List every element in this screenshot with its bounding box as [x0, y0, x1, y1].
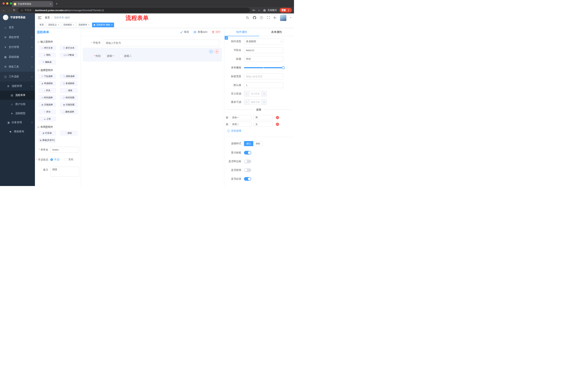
- window-zoom-button[interactable]: [10, 2, 12, 5]
- style-button-button[interactable]: 按钮: [253, 141, 263, 146]
- checkbox-option-1[interactable]: 选项一: [103, 54, 115, 58]
- phone-input[interactable]: [103, 40, 219, 46]
- label-width-input[interactable]: [244, 74, 283, 79]
- window-close-button[interactable]: [2, 2, 5, 5]
- view-json-button[interactable]: 查看json: [193, 30, 207, 34]
- new-tab-button[interactable]: [56, 2, 58, 5]
- help-icon[interactable]: [260, 16, 263, 19]
- palette-item[interactable]: ▩日期范围: [60, 102, 77, 107]
- palette-item[interactable]: ◉单选框组: [38, 81, 56, 86]
- disabled-toggle[interactable]: [244, 168, 251, 172]
- palette-item[interactable]: ◗颜色选择: [60, 109, 77, 114]
- sidebar-item-task-management[interactable]: ◨ 任务管理: [0, 118, 35, 127]
- url-field[interactable]: 不安全 dashboard.yudao.iocoder.cn/bpm/manag…: [18, 8, 250, 13]
- palette-item[interactable]: 123计数器: [60, 53, 77, 57]
- tab-close-icon[interactable]: [50, 2, 51, 6]
- remove-option-button[interactable]: [276, 123, 279, 126]
- sidebar-item-payment-management[interactable]: ¥ 支付管理: [0, 42, 35, 52]
- palette-item[interactable]: ☁上传: [38, 117, 56, 121]
- palette-item[interactable]: ☰多行文本: [60, 45, 77, 50]
- clear-button[interactable]: 清空: [212, 30, 220, 34]
- sidebar-item-home[interactable]: ⌂ 首页: [0, 22, 35, 32]
- sidebar-item-user-group[interactable]: ☺ 用户分组: [0, 100, 35, 109]
- add-option-button[interactable]: 添加选项: [227, 129, 292, 132]
- breadcrumb-home[interactable]: 首页: [45, 16, 50, 19]
- browser-tab[interactable]: 芋道管理系统: [12, 1, 53, 7]
- close-icon[interactable]: [58, 23, 59, 26]
- sidebar-item-system-management[interactable]: ⚙ 系统管理: [0, 32, 35, 42]
- sidebar-item-leave-query[interactable]: ☻ 请假查询: [0, 127, 35, 136]
- palette-item[interactable]: ↔滑块: [60, 88, 77, 93]
- tag-process-form-edit[interactable]: 流程表单-编辑: [92, 22, 114, 27]
- title-input[interactable]: [244, 56, 283, 62]
- tag-process-definition[interactable]: 流程定义: [46, 22, 61, 27]
- github-icon[interactable]: [253, 16, 256, 19]
- palette-item[interactable]: ✎编辑器: [38, 60, 56, 65]
- radio-closed[interactable]: 关闭: [64, 158, 73, 161]
- component-type-select[interactable]: 多选框组: [244, 39, 283, 44]
- sidebar-item-process-form[interactable]: ▤ 流程表单: [0, 91, 35, 100]
- back-icon[interactable]: [2, 9, 5, 12]
- sidebar-item-infrastructure[interactable]: ▦ 基础设施: [0, 52, 35, 62]
- option-label-input[interactable]: [230, 115, 252, 120]
- palette-item[interactable]: ☑多选框组: [60, 81, 77, 86]
- copy-field-button[interactable]: [209, 50, 213, 53]
- sidebar-item-process-model[interactable]: ➤ 流程模型: [0, 109, 35, 118]
- tab-form-props[interactable]: 表单属性: [259, 28, 294, 36]
- border-toggle[interactable]: [244, 159, 251, 163]
- palette-item[interactable]: ▣行容器: [38, 131, 56, 136]
- sidebar-item-dev-tools[interactable]: ⚒ 研发工具: [0, 62, 35, 72]
- tag-process-form[interactable]: 流程表单: [77, 22, 91, 27]
- form-name-input[interactable]: [50, 147, 79, 152]
- sidebar-item-workflow[interactable]: ◫ 工作流程: [0, 72, 35, 82]
- palette-item[interactable]: ▭单行文本: [38, 45, 56, 50]
- required-toggle[interactable]: [244, 177, 251, 181]
- palette-item[interactable]: ☝按钮: [60, 131, 77, 136]
- avatar[interactable]: [280, 15, 286, 21]
- sidebar-item-process-management[interactable]: ≣ 流程管理: [0, 82, 35, 91]
- option-label-input[interactable]: [230, 122, 252, 127]
- slider-handle[interactable]: [282, 66, 285, 69]
- plus-button[interactable]: [262, 91, 266, 96]
- radio-open[interactable]: 开启: [50, 158, 59, 161]
- style-default-button[interactable]: 默认: [244, 141, 253, 146]
- stepper-placeholder[interactable]: 最多可选: [249, 100, 262, 105]
- form-remark-textarea[interactable]: 嘿嘿: [50, 167, 79, 177]
- palette-item[interactable]: ▦日期选择: [38, 102, 56, 107]
- reload-icon[interactable]: [13, 9, 16, 12]
- remove-option-button[interactable]: [276, 116, 279, 119]
- field-name-input[interactable]: [244, 47, 283, 53]
- palette-item[interactable]: ∗密码: [38, 53, 56, 57]
- palette-item[interactable]: ⌥级联选择: [60, 74, 77, 79]
- sidebar-logo[interactable]: 芋道管理系统: [0, 13, 35, 21]
- avatar-caret-icon[interactable]: [290, 17, 291, 19]
- forward-icon[interactable]: [8, 9, 10, 12]
- canvas-field-phone[interactable]: 手机号: [83, 40, 222, 46]
- minus-button[interactable]: [244, 91, 249, 96]
- option-value-input[interactable]: [253, 122, 273, 127]
- show-label-toggle[interactable]: [244, 151, 251, 155]
- fullscreen-icon[interactable]: [267, 16, 270, 19]
- window-minimize-button[interactable]: [6, 2, 8, 5]
- save-button[interactable]: 保存: [180, 30, 189, 34]
- tag-home[interactable]: 首页: [38, 22, 45, 27]
- close-icon[interactable]: [111, 23, 113, 26]
- delete-field-button[interactable]: [215, 50, 219, 53]
- palette-item[interactable]: ◐开关: [38, 88, 56, 93]
- drag-handle-icon[interactable]: [226, 116, 228, 119]
- checkbox-option-2[interactable]: 选项二: [120, 54, 132, 58]
- tag-process-model[interactable]: 流程模型: [62, 22, 76, 27]
- update-menu-button[interactable]: 更新: [279, 8, 292, 12]
- hamburger-icon[interactable]: [38, 16, 42, 19]
- option-value-input[interactable]: [253, 115, 273, 120]
- stepper-placeholder[interactable]: 至少应选: [249, 91, 262, 96]
- palette-item[interactable]: ☆评分: [38, 109, 56, 114]
- close-icon[interactable]: [73, 23, 74, 26]
- link-icon[interactable]: [225, 36, 228, 40]
- palette-item[interactable]: ⊙下拉选择: [38, 74, 56, 79]
- minus-button[interactable]: [244, 100, 249, 105]
- search-icon[interactable]: [246, 16, 249, 19]
- palette-item[interactable]: ▦表格[开发中]: [38, 138, 56, 143]
- default-value-input[interactable]: [244, 82, 283, 88]
- close-icon[interactable]: [88, 23, 90, 26]
